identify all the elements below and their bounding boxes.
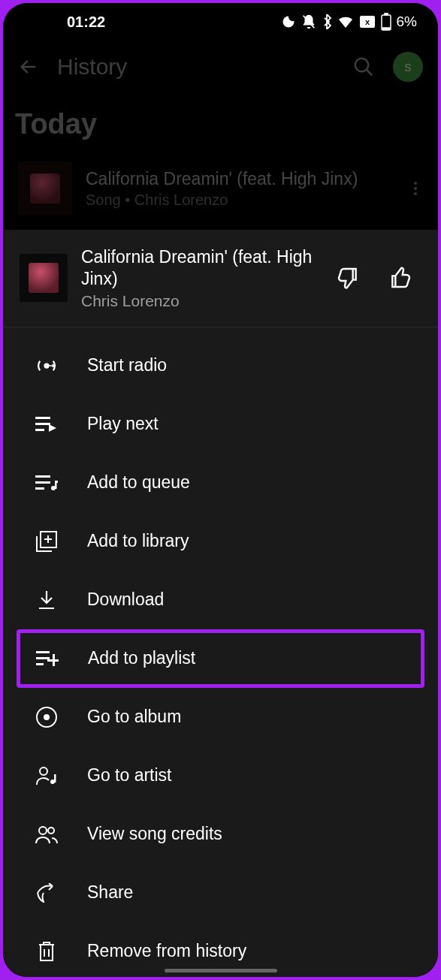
vpn-icon: x (359, 15, 376, 29)
download-icon (37, 590, 56, 611)
svg-rect-18 (55, 481, 58, 483)
album-icon (35, 706, 58, 728)
menu-go-artist[interactable]: Go to artist (3, 746, 438, 805)
battery-percent: 6% (397, 14, 417, 30)
sheet-track-title: California Dreamin' (feat. High Jinx) (81, 246, 315, 290)
status-bar: 01:22 x 6% (3, 3, 438, 41)
menu-view-credits[interactable]: View song credits (3, 805, 438, 864)
back-arrow-icon[interactable] (18, 56, 39, 77)
play-next-icon (35, 415, 58, 434)
battery-icon (380, 13, 392, 31)
track-title: California Dreamin' (feat. High Jinx) (86, 168, 393, 191)
thumbs-down-icon (336, 266, 360, 290)
svg-rect-5 (382, 28, 389, 29)
thumbs-up-icon (388, 266, 412, 290)
thumbs-down-button[interactable] (328, 266, 367, 290)
clock: 01:22 (67, 14, 105, 31)
credits-icon (35, 825, 59, 844)
menu-add-library[interactable]: Add to library (3, 512, 438, 571)
page-title: History (57, 54, 334, 80)
nav-pill[interactable] (165, 969, 277, 972)
dnd-moon-icon (281, 14, 296, 29)
svg-rect-13 (35, 475, 50, 478)
status-icons: x 6% (281, 13, 417, 31)
menu-download[interactable]: Download (3, 571, 438, 629)
svg-rect-9 (35, 417, 50, 419)
action-sheet: California Dreamin' (feat. High Jinx) Ch… (3, 230, 438, 977)
trash-icon (38, 940, 56, 963)
svg-point-27 (40, 767, 47, 775)
search-icon[interactable] (352, 56, 375, 78)
bluetooth-icon (322, 14, 332, 29)
more-options-icon[interactable] (406, 174, 424, 203)
mute-icon (301, 14, 317, 30)
wifi-icon (337, 14, 355, 29)
artist-icon (35, 764, 58, 787)
menu-add-playlist[interactable]: Add to playlist (17, 629, 424, 688)
app-bar: History s (3, 41, 438, 93)
svg-text:x: x (364, 17, 370, 26)
svg-rect-22 (36, 663, 44, 665)
history-list-item[interactable]: California Dreamin' (feat. High Jinx) So… (3, 154, 438, 216)
svg-point-6 (355, 59, 369, 72)
menu-play-next[interactable]: Play next (3, 395, 438, 454)
album-art-thumb (20, 254, 68, 302)
menu-go-album[interactable]: Go to album (3, 688, 438, 746)
section-heading: Today (3, 93, 438, 154)
track-subtitle: Song • Chris Lorenzo (86, 191, 393, 209)
add-queue-icon (35, 473, 58, 493)
album-art-thumb (18, 161, 72, 216)
menu-list: Start radio Play next Add to queue Add t… (3, 327, 438, 978)
svg-marker-12 (49, 424, 56, 432)
library-add-icon (36, 531, 57, 552)
svg-rect-21 (36, 657, 50, 659)
svg-rect-10 (35, 423, 50, 425)
menu-add-queue[interactable]: Add to queue (3, 454, 438, 512)
avatar[interactable]: s (393, 52, 423, 82)
playlist-add-icon (36, 650, 59, 668)
svg-rect-24 (47, 659, 59, 662)
share-icon (35, 883, 58, 903)
svg-rect-29 (54, 774, 56, 782)
svg-point-7 (45, 363, 49, 367)
menu-start-radio[interactable]: Start radio (3, 336, 438, 395)
svg-rect-4 (385, 14, 388, 16)
svg-point-26 (44, 715, 49, 719)
svg-rect-20 (36, 651, 50, 653)
svg-point-30 (39, 827, 47, 834)
svg-rect-15 (35, 487, 44, 490)
svg-rect-14 (35, 481, 50, 484)
sheet-header: California Dreamin' (feat. High Jinx) Ch… (3, 230, 438, 327)
radio-icon (35, 354, 58, 377)
menu-share[interactable]: Share (3, 864, 438, 922)
svg-point-31 (48, 828, 54, 834)
svg-rect-11 (35, 429, 44, 431)
thumbs-up-button[interactable] (381, 266, 420, 290)
sheet-artist: Chris Lorenzo (81, 292, 315, 310)
